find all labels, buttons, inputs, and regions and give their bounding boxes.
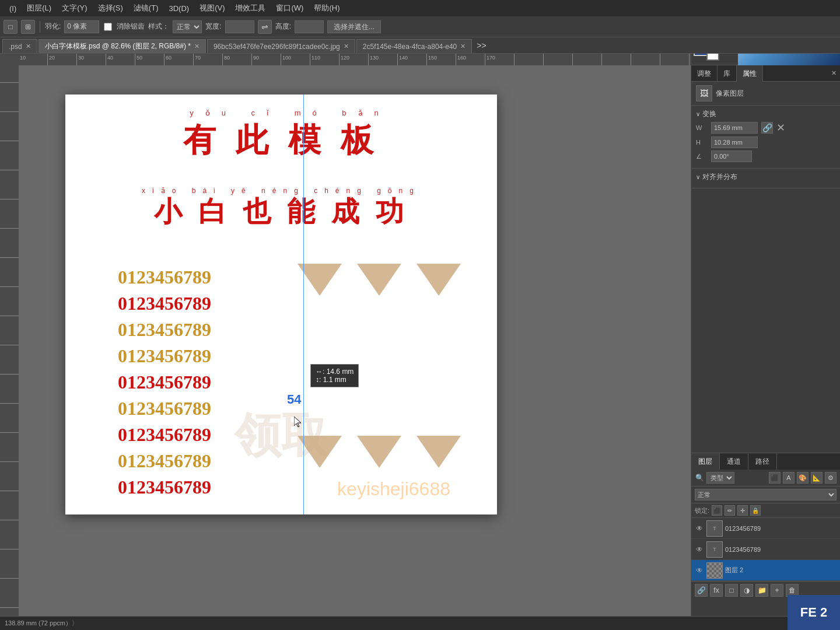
layer-type-select[interactable]: 类型 <box>706 472 734 484</box>
feather-label: 羽化: <box>45 22 61 32</box>
select-mask-btn[interactable]: 选择并遮住... <box>327 20 381 33</box>
menu-select[interactable]: 选择(S) <box>93 2 128 15</box>
layer-filter-btn5[interactable]: ⚙ <box>825 472 836 484</box>
measure-w-label: ↔: <box>316 368 324 376</box>
ruler-h-label-5: 60 <box>166 55 172 61</box>
layer-vis-0[interactable]: 👁 <box>695 524 704 533</box>
menu-view[interactable]: 视图(V) <box>195 2 229 15</box>
measure-h-value: 1.1 mm <box>323 376 346 384</box>
tab-3[interactable]: 2c5f145e-48ea-4fca-a804-e40 ✕ <box>356 39 472 53</box>
height-row: H <box>696 136 835 148</box>
layer-panel: 图层 通道 路径 🔍 类型 ⬛ A 🎨 📐 ⚙ 正常 锁定: ⬛ ✏ ✛ � <box>691 453 840 616</box>
width-input[interactable] <box>225 20 254 33</box>
layer-group-btn[interactable]: 📁 <box>755 584 768 597</box>
adjust-tabs: 调整 库 属性 ✕ <box>691 65 840 82</box>
layer-link-btn[interactable]: 🔗 <box>695 584 708 597</box>
angle-input[interactable] <box>711 150 752 162</box>
tab-2[interactable]: 96bc53ef476fe7ee296fc89f1cadee0c.jpg ✕ <box>207 39 355 53</box>
style-select[interactable]: 正常 <box>173 20 202 33</box>
menu-bar: (I) 图层(L) 文字(Y) 选择(S) 滤镜(T) 3D(D) 视图(V) … <box>0 0 840 16</box>
feather-input[interactable] <box>64 20 99 33</box>
num-row-1: 0123456789 <box>118 293 211 314</box>
lock-all-btn[interactable]: 🔒 <box>750 505 761 516</box>
menu-plugin[interactable]: 增效工具 <box>230 2 270 15</box>
layer-new-btn[interactable]: + <box>771 584 783 597</box>
tab-0[interactable]: .psd ✕ <box>2 39 37 53</box>
adjust-tab-lib[interactable]: 库 <box>718 65 737 82</box>
menu-help[interactable]: 帮助(H) <box>309 2 344 15</box>
layer-filter-btn4[interactable]: 📐 <box>811 472 822 484</box>
layer-adj-btn[interactable]: ◑ <box>740 584 753 597</box>
link-btn[interactable]: 🔗 <box>761 122 773 134</box>
w-label: W <box>696 124 708 131</box>
menu-3d[interactable]: 3D(D) <box>164 3 194 14</box>
title-pinyin: yǒu cǐ mó bǎn <box>65 107 497 118</box>
anti-alias-checkbox[interactable] <box>104 23 112 31</box>
title-hanzi-text: 有 此 模 板 <box>183 122 379 158</box>
layer-tab-layers[interactable]: 图层 <box>691 453 720 470</box>
toolbar: □ ⊞ 羽化: 消除锯齿 样式： 正常 宽度: ⇌ 高度: 选择并遮住... <box>0 16 840 37</box>
layer-name-2: 图层 2 <box>725 566 836 575</box>
swap-btn[interactable]: ⇌ <box>258 20 272 34</box>
transform-close-x[interactable]: ✕ <box>776 121 785 134</box>
menu-window[interactable]: 窗口(W) <box>271 2 308 15</box>
layer-filter-btn3[interactable]: 🎨 <box>797 472 808 484</box>
lock-move-btn[interactable]: ✛ <box>737 505 748 516</box>
layer-vis-2[interactable]: 👁 <box>695 566 704 575</box>
layer-toolbar: 🔍 类型 ⬛ A 🎨 📐 ⚙ <box>691 470 840 487</box>
toolbar-btn-copy[interactable]: ⊞ <box>21 20 35 34</box>
tabs-more[interactable]: >> <box>473 41 489 50</box>
w-input[interactable] <box>711 122 758 134</box>
tab-3-close[interactable]: ✕ <box>460 43 466 50</box>
tab-1-close[interactable]: ✕ <box>194 43 200 50</box>
layer-mask-btn[interactable]: □ <box>725 584 738 597</box>
ruler-h-label-3: 40 <box>107 55 113 61</box>
layer-vis-1[interactable]: 👁 <box>695 545 704 554</box>
lock-paint-btn[interactable]: ✏ <box>724 505 735 516</box>
ruler-h-label-2: 30 <box>78 55 84 61</box>
title-pinyin-text: yǒu cǐ mó bǎn <box>190 108 390 117</box>
num-row-6: 0123456789 <box>118 424 211 446</box>
layer-filter-btn2[interactable]: A <box>783 472 794 484</box>
triangle-2 <box>357 264 401 296</box>
ruler-h-label-1: 20 <box>49 55 55 61</box>
lock-pixels-btn[interactable]: ⬛ <box>712 505 722 516</box>
height-input[interactable] <box>295 20 324 33</box>
tab-2-close[interactable]: ✕ <box>344 43 349 50</box>
menu-layer[interactable]: 图层(L) <box>22 2 56 15</box>
right-panel: 颜色 色板 渐变 ✕ A ¶ ⇌ 调整 库 属性 ✕ <box>691 0 840 630</box>
adjust-close[interactable]: ✕ <box>828 69 840 77</box>
menu-i[interactable]: (I) <box>5 3 21 14</box>
layer-item-0[interactable]: 👁 T 0123456789 <box>691 518 840 539</box>
ruler-h-label-6: 70 <box>195 55 201 61</box>
tab-1[interactable]: 小白字体模板.psd @ 82.6% (图层 2, RGB/8#) * ✕ <box>38 39 206 53</box>
ruler-vertical <box>0 54 19 616</box>
adjust-tab-props[interactable]: 属性 <box>737 65 763 82</box>
num-row-0: 0123456789 <box>118 267 211 288</box>
triangles-bottom <box>293 436 466 468</box>
measure-tooltip: ↔: 14.6 mm ↕: 1.1 mm <box>310 364 359 387</box>
height-label: 高度: <box>275 22 291 32</box>
layer-mode-select[interactable]: 正常 <box>695 489 836 501</box>
layer-tab-channels[interactable]: 通道 <box>720 453 748 470</box>
lock-label: 锁定: <box>695 506 709 515</box>
width-label: 宽度: <box>205 22 221 32</box>
menu-text[interactable]: 文字(Y) <box>57 2 92 15</box>
adjust-tab-adjust[interactable]: 调整 <box>691 65 718 82</box>
h-input[interactable] <box>711 136 758 148</box>
search-icon: 🔍 <box>695 473 704 482</box>
ruler-h-label-14: 150 <box>428 55 437 61</box>
toolbar-sep-1 <box>40 21 40 33</box>
h-label: H <box>696 139 708 146</box>
layer-filter-btn1[interactable]: ⬛ <box>769 472 780 484</box>
layer-item-1[interactable]: 👁 T 0123456789 <box>691 539 840 560</box>
layer-tab-paths[interactable]: 路径 <box>748 453 777 470</box>
style-label: 样式： <box>148 22 169 32</box>
layer-style-btn[interactable]: fx <box>710 584 723 597</box>
layer-mode-row: 正常 <box>691 487 840 503</box>
tab-0-close[interactable]: ✕ <box>26 43 31 50</box>
layer-item-2[interactable]: 👁 图层 2 <box>691 560 840 581</box>
toolbar-btn-new[interactable]: □ <box>4 20 18 34</box>
cursor-arrow <box>294 416 303 428</box>
menu-filter[interactable]: 滤镜(T) <box>129 2 163 15</box>
